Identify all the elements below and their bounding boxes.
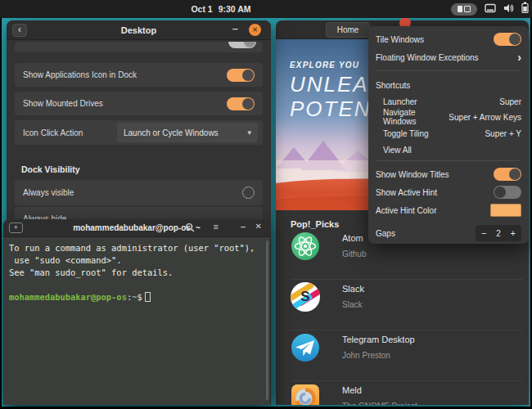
terminal-titlebar[interactable]: + mohammedabubakar@pop-os: ~ ≡ – ✕ [3,219,270,237]
terminal-body[interactable]: To run a command as administrator (user … [3,237,270,303]
active-hint-color-swatch[interactable] [490,204,521,217]
terminal-cursor [145,292,151,302]
terminal-window-title: mohammedabubakar@pop-os: ~ [3,223,270,232]
battery-icon[interactable] [521,2,529,16]
terminal-line: See "man sudo_root" for details. [9,267,263,279]
menu-shortcuts-header: Shortcuts [368,77,529,93]
always-visible-radio[interactable] [242,187,255,199]
settings-titlebar[interactable]: ‹ Desktop – ✕ [7,20,271,40]
gaps-stepper: − 2 + [476,225,521,241]
terminal-minimize-button[interactable]: – [241,222,246,231]
atom-app-icon [291,231,320,261]
dropdown-value: Launch or Cycle Windows [124,128,219,137]
show-drives-label: Show Mounted Drives [23,99,227,108]
pop-picks-heading: Pop!_Picks [291,219,339,229]
hamburger-menu-icon[interactable]: ≡ [214,222,219,231]
menu-divider [376,70,521,71]
settings-window-title: Desktop [7,25,271,35]
show-apps-toggle[interactable] [227,69,255,82]
app-subtitle: Slack [342,300,362,309]
option-always-visible[interactable]: Always visible [15,180,263,205]
tiling-popover-menu: Tile Windows Floating Window Exceptions … [368,26,529,244]
tile-right-icon [464,6,471,12]
show-drives-toggle[interactable] [227,97,255,110]
volume-icon[interactable] [503,2,514,16]
dock-visibility-heading: Dock Visibility [21,164,80,174]
show-active-hint-toggle[interactable] [494,186,521,199]
setting-row-show-apps: Show Applications Icon in Dock [15,63,263,87]
gaps-value: 2 [496,229,501,238]
tile-windows-toggle[interactable] [494,33,521,46]
show-window-titles-toggle[interactable] [494,168,521,181]
list-divider [291,380,524,381]
app-row-slack[interactable]: S Slack Slack [291,282,520,328]
menu-item-active-hint-color[interactable]: Active Hint Color [368,202,529,218]
chevron-right-icon: › [517,53,521,61]
terminal-prompt: mohammedabubakar@pop-os:~$ [9,291,263,303]
app-subtitle: The GNOME Project [342,402,417,405]
menu-item-show-window-titles[interactable]: Show Window Titles [368,166,529,182]
app-title: Meld [342,385,362,395]
top-bar: Oct 1 9:30 AM [0,0,532,18]
app-title: Telegram Desktop [342,335,415,344]
meld-app-icon [291,384,320,405]
app-title: Atom [342,233,363,243]
settings-minimize-button[interactable]: – [232,22,238,34]
menu-item-launcher[interactable]: Launcher Super [368,93,529,110]
caret-down-icon: ▾ [247,128,251,137]
menu-item-tile-windows[interactable]: Tile Windows [368,31,529,47]
show-apps-label: Show Applications Icon in Dock [23,70,227,79]
terminal-window: + mohammedabubakar@pop-os: ~ ≡ – ✕ To ru… [3,219,270,405]
terminal-scrollbar[interactable] [266,240,268,400]
menu-item-view-all[interactable]: View All [368,142,529,158]
search-icon[interactable] [185,222,195,234]
clock-time: 9:30 AM [219,4,251,14]
settings-close-button[interactable]: ✕ [249,24,261,36]
screen: Oct 1 9:30 AM ‹ Desktop – ✕ [0,0,532,409]
prompt-user: mohammedabubakar@pop-os [9,292,127,302]
terminal-close-button[interactable]: ✕ [255,222,262,231]
menu-item-floating-exceptions[interactable]: Floating Window Exceptions › [368,49,529,65]
clock-date: Oct 1 [191,4,212,14]
menu-item-gaps: Gaps − 2 + [368,223,529,243]
app-row-telegram[interactable]: Telegram Desktop John Preston [291,333,520,379]
banner-kicker: EXPLORE YOU [290,61,359,70]
telegram-app-icon [291,333,320,362]
menu-item-navigate-windows[interactable]: Navigate Windows Super + Arrow Keys [368,109,529,125]
scrolled-row-partial [15,42,263,52]
app-subtitle: Github [342,249,366,258]
clock[interactable]: Oct 1 9:30 AM [143,0,299,18]
app-row-meld[interactable]: Meld The GNOME Project [291,384,520,405]
app-title: Slack [342,284,364,294]
menu-item-show-active-hint[interactable]: Show Active Hint [368,184,529,200]
list-divider [291,279,524,280]
partial-toggle[interactable] [228,42,256,48]
list-divider [291,330,524,330]
terminal-line: To run a command as administrator (user … [9,242,263,254]
shop-home-tab[interactable]: Home [326,22,370,38]
app-subtitle: John Preston [342,351,390,360]
menu-item-toggle-tiling[interactable]: Toggle Tiling Super + Y [368,125,529,142]
menu-divider [376,160,521,161]
always-visible-label: Always visible [23,188,242,197]
icon-click-dropdown[interactable]: Launch or Cycle Windows ▾ [117,123,258,142]
setting-row-icon-click: Icon Click Action Launch or Cycle Window… [15,120,263,145]
terminal-line: use "sudo <command>". [9,254,263,267]
tiling-menu-button[interactable] [451,3,477,16]
setting-row-show-drives: Show Mounted Drives [15,92,263,115]
tile-left-icon [458,6,462,12]
gaps-increment-button[interactable]: + [511,228,516,238]
system-tray [451,0,529,18]
display-icon[interactable] [485,2,496,16]
slack-app-icon: S [291,282,320,312]
gaps-decrement-button[interactable]: − [481,228,486,238]
